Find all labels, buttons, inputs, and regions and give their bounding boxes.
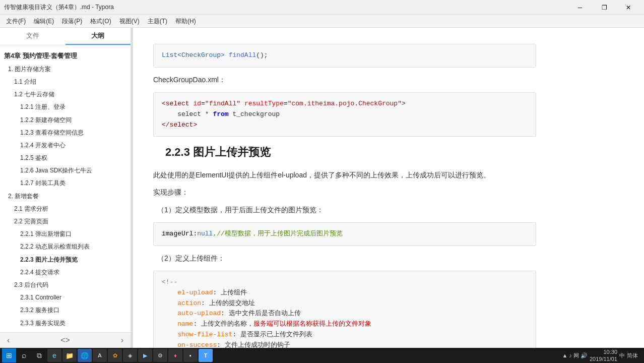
taskbar-app4[interactable]: ▶	[138, 349, 152, 362]
taskbar-taskview[interactable]: ⧉	[32, 349, 46, 362]
close-button[interactable]: ✕	[617, 0, 640, 15]
nav-code-button[interactable]: <>	[57, 335, 73, 346]
comment-name-attr: name	[177, 320, 193, 328]
toc-1-2-3[interactable]: 1.2.3 查看存储空间信息	[0, 127, 131, 139]
code-imageurl-null: null	[197, 230, 213, 237]
toc-1-2-1[interactable]: 1.2.1 注册、登录	[0, 101, 131, 113]
menu-edit[interactable]: 编辑(E)	[30, 15, 58, 28]
start-button[interactable]: ⊞	[2, 348, 16, 362]
toc-2-2-4[interactable]: 2.2.4 提交请求	[0, 266, 131, 279]
tab-outline[interactable]: 大纲	[66, 28, 131, 45]
nav-prev-button[interactable]: ‹	[4, 335, 13, 346]
tray-clock: 10:302019/11/01	[590, 348, 617, 363]
xml-eq1: =	[201, 100, 205, 107]
code-paren: ();	[256, 51, 268, 59]
toc-1-2-2[interactable]: 1.2.2 新建存储空间	[0, 114, 131, 127]
para-intro: 此处使用的是ElementUI提供的上传组件el-upload，提供了多种不同的…	[153, 169, 536, 182]
toc-1-1[interactable]: 1.1 介绍	[0, 76, 131, 88]
tray-time: ▲ ♪ 网 🔊	[562, 352, 588, 359]
menu-file[interactable]: 文件(F)	[2, 15, 30, 28]
toc-2[interactable]: 2. 新增套餐	[0, 190, 131, 203]
step1-label: （1）定义模型数据，用于后面上传文件的图片预览：	[153, 204, 536, 216]
toc-1-2-7[interactable]: 1.2.7 封装工具类	[0, 177, 131, 190]
toc-2-2-2[interactable]: 2.2.2 动态展示检查组列表	[0, 240, 131, 253]
taskbar-terminal[interactable]: ▪	[183, 349, 198, 362]
taskbar-typora[interactable]: T	[199, 349, 213, 362]
heading-223: 2.2.3 图片上传并预览	[165, 145, 271, 163]
sql-from-keyword: from	[213, 110, 228, 118]
taskbar-app5[interactable]: ⚙	[153, 349, 167, 362]
elupload-line-success: on-success: 文件上传成功时的钩子	[162, 340, 528, 348]
toc-2-2[interactable]: 2.2 完善页面	[0, 215, 131, 228]
nav-next-button[interactable]: ›	[118, 335, 126, 346]
maximize-button[interactable]: ❐	[593, 0, 616, 15]
toc-2-2-3[interactable]: 2.2.3 图片上传并预览	[0, 254, 131, 266]
tray-ime: 简体	[627, 352, 638, 359]
xml-close-bracket: >	[402, 100, 406, 107]
elupload-line-action: action: 上传的提交地址	[162, 298, 528, 309]
menu-view[interactable]: 视图(V)	[115, 15, 144, 28]
code-method: findAll	[225, 51, 256, 59]
content-area[interactable]: List<CheckGroup> findAll(); CheckGroupDa…	[133, 28, 644, 348]
xml-line3: </select>	[162, 120, 528, 131]
toc-2-3-2[interactable]: 2.3.2 服务接口	[0, 304, 131, 317]
label-checkgroupdao: CheckGroupDao.xml：	[153, 74, 536, 86]
para-steps-label: 实现步骤：	[153, 186, 536, 199]
elupload-line-auto: auto-upload: 选中文件后是否自动上传	[162, 309, 528, 319]
xml-attr-id: id	[193, 100, 201, 107]
xml-attr-resulttype: resultType	[244, 100, 284, 107]
xml-val-resulttype: "com.itheima.pojo.CheckGroup"	[288, 100, 402, 107]
code-imageurl-key: imageUrl:	[162, 230, 197, 237]
comment-success-attr: on-success	[177, 341, 217, 348]
main-layout: 文件 大纲 第4章 预约管理-套餐管理 1. 图片存储方案 1.1 介绍 1.2…	[0, 28, 644, 348]
toc-2-1[interactable]: 2.1 需求分析	[0, 203, 131, 215]
heading-text: 2.2.3 图片上传并预览	[165, 146, 271, 158]
code-imageurl-comment: ,//模型数据，用于上传图片完成后图片预览	[213, 230, 342, 237]
toc-chapter4[interactable]: 第4章 预约管理-套餐管理	[0, 49, 131, 63]
menu-help[interactable]: 帮助(H)	[171, 15, 200, 28]
code-block-xml: <select id="findAll" resultType="com.ith…	[153, 92, 536, 137]
toc-1-2-5[interactable]: 1.2.5 鉴权	[0, 152, 131, 164]
taskbar-app6[interactable]: ♦	[168, 349, 182, 362]
toc-list: 第4章 预约管理-套餐管理 1. 图片存储方案 1.1 介绍 1.2 七牛云存储…	[0, 45, 131, 332]
elupload-line-comment-open: <!--	[162, 277, 528, 288]
taskbar-chrome[interactable]: 🌐	[78, 349, 92, 362]
comment-open-tag: <!--	[162, 278, 177, 286]
toc-1[interactable]: 1. 图片存储方案	[0, 63, 131, 76]
comment-show-attr: show-file-list	[177, 331, 232, 338]
code-type: List<CheckGroup>	[162, 51, 225, 59]
taskbar-search[interactable]: ⌕	[17, 349, 31, 362]
toc-2-3-3[interactable]: 2.3.3 服务实现类	[0, 317, 131, 330]
toc-1-2[interactable]: 1.2 七牛云存储	[0, 88, 131, 101]
taskbar-ie[interactable]: e	[47, 349, 61, 362]
menu-theme[interactable]: 主题(T)	[144, 15, 171, 28]
xml-eq2: =	[284, 100, 288, 107]
toc-2-3-1[interactable]: 2.3.1 Controller	[0, 291, 131, 304]
tab-file[interactable]: 文件	[0, 28, 66, 45]
comment-name-note: 服务端可以根据名称获得上传的文件对象	[253, 320, 371, 328]
title-bar: 传智健康项目讲义（第4章）.md - Typora ─ ❐ ✕	[0, 0, 644, 15]
taskbar-app1[interactable]: A	[93, 349, 107, 362]
sidebar: 文件 大纲 第4章 预约管理-套餐管理 1. 图片存储方案 1.1 介绍 1.2…	[0, 28, 131, 348]
sidebar-tabs: 文件 大纲	[0, 28, 131, 45]
menu-paragraph[interactable]: 段落(P)	[58, 15, 86, 28]
taskbar-explorer[interactable]: 📁	[62, 349, 77, 362]
xml-line2: select * from t_checkgroup	[162, 109, 528, 120]
minimize-button[interactable]: ─	[568, 0, 592, 15]
tray-lang: 中	[619, 352, 625, 359]
comment-action-attr: action	[177, 299, 201, 307]
heading-wrapper-223: ¶ 2.2.3 图片上传并预览	[153, 145, 536, 163]
taskbar-app2[interactable]: ✿	[108, 349, 122, 362]
menu-format[interactable]: 格式(O)	[86, 15, 115, 28]
taskbar-app3[interactable]: ◈	[123, 349, 137, 362]
toc-1-2-4[interactable]: 1.2.4 开发者中心	[0, 139, 131, 152]
window-controls: ─ ❐ ✕	[568, 0, 640, 15]
elupload-line-name: name: 上传文件的名称，服务端可以根据名称获得上传的文件对象	[162, 319, 528, 330]
elupload-line-show: show-file-list: 是否显示已上传文件列表	[162, 330, 528, 340]
toc-2-3[interactable]: 2.3 后台代码	[0, 279, 131, 291]
toc-2-2-1[interactable]: 2.2.1 弹出新增窗口	[0, 228, 131, 240]
comment-auto-attr: auto-upload	[177, 310, 221, 317]
toc-1-2-6[interactable]: 1.2.6 Java SDK操作七牛云	[0, 164, 131, 177]
markdown-content: List<CheckGroup> findAll(); CheckGroupDa…	[153, 44, 536, 348]
comment-el-attr: el-upload	[177, 289, 213, 296]
